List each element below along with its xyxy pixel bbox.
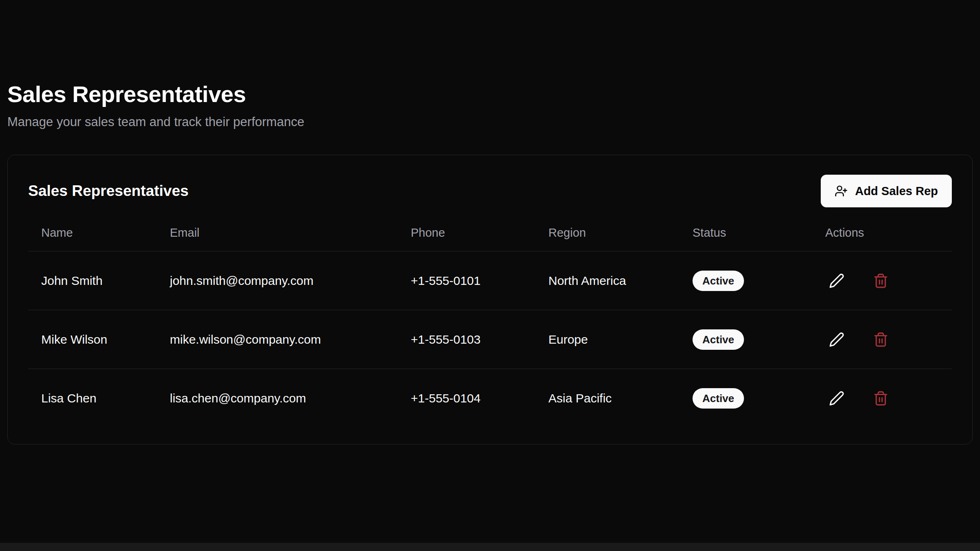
status-badge: Active xyxy=(693,329,744,350)
rep-region: Asia Pacific xyxy=(535,369,679,428)
status-badge: Active xyxy=(693,388,744,409)
column-header-actions: Actions xyxy=(812,224,952,251)
trash-icon xyxy=(873,391,889,406)
column-header-status: Status xyxy=(679,224,812,251)
card-title: Sales Representatives xyxy=(28,182,189,200)
status-badge: Active xyxy=(693,271,744,291)
table-header-row: Name Email Phone Region Status Actions xyxy=(28,224,952,251)
sales-reps-card: Sales Representatives Add Sales Rep xyxy=(7,155,973,444)
rep-phone: +1-555-0104 xyxy=(398,369,535,428)
rep-email: john.smith@company.com xyxy=(157,251,398,310)
card-header: Sales Representatives Add Sales Rep xyxy=(28,155,952,224)
add-sales-rep-label: Add Sales Rep xyxy=(855,184,938,198)
column-header-name: Name xyxy=(28,224,157,251)
rep-email: mike.wilson@company.com xyxy=(157,310,398,369)
edit-button[interactable] xyxy=(825,387,848,410)
window-bottom-edge xyxy=(0,543,980,551)
edit-button[interactable] xyxy=(825,269,848,292)
trash-icon xyxy=(873,273,889,289)
rep-name: Mike Wilson xyxy=(28,310,157,369)
rep-phone: +1-555-0103 xyxy=(398,310,535,369)
rep-name: John Smith xyxy=(28,251,157,310)
column-header-region: Region xyxy=(535,224,679,251)
rep-email: lisa.chen@company.com xyxy=(157,369,398,428)
edit-button[interactable] xyxy=(825,328,848,351)
delete-button[interactable] xyxy=(869,328,892,351)
table-row: John Smith john.smith@company.com +1-555… xyxy=(28,251,952,310)
pencil-icon xyxy=(829,391,844,406)
column-header-email: Email xyxy=(157,224,398,251)
page: Sales Representatives Manage your sales … xyxy=(0,0,980,444)
column-header-phone: Phone xyxy=(398,224,535,251)
sales-reps-table: Name Email Phone Region Status Actions J… xyxy=(28,224,952,428)
rep-phone: +1-555-0101 xyxy=(398,251,535,310)
rep-region: Europe xyxy=(535,310,679,369)
rep-region: North America xyxy=(535,251,679,310)
delete-button[interactable] xyxy=(869,387,892,410)
table-row: Mike Wilson mike.wilson@company.com +1-5… xyxy=(28,310,952,369)
page-title: Sales Representatives xyxy=(7,81,973,107)
page-subtitle: Manage your sales team and track their p… xyxy=(7,115,973,129)
user-plus-icon xyxy=(835,184,848,198)
trash-icon xyxy=(873,332,889,347)
rep-name: Lisa Chen xyxy=(28,369,157,428)
pencil-icon xyxy=(829,273,844,289)
table-row: Lisa Chen lisa.chen@company.com +1-555-0… xyxy=(28,369,952,428)
pencil-icon xyxy=(829,332,844,347)
add-sales-rep-button[interactable]: Add Sales Rep xyxy=(821,175,952,207)
delete-button[interactable] xyxy=(869,269,892,292)
